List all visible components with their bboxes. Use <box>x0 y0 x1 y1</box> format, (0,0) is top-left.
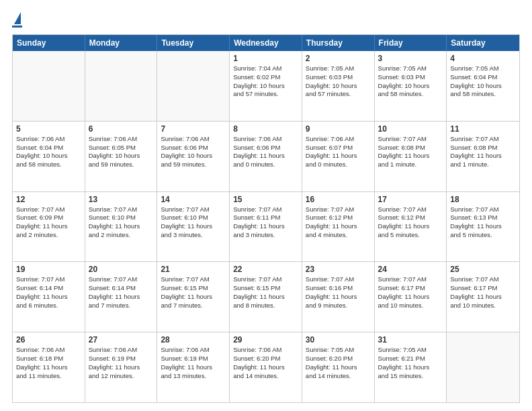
calendar-body: 1Sunrise: 7:04 AM Sunset: 6:02 PM Daylig… <box>13 51 519 402</box>
calendar-cell-day-14: 14Sunrise: 7:07 AM Sunset: 6:10 PM Dayli… <box>157 192 230 262</box>
day-number: 30 <box>306 335 371 345</box>
day-info-text: Sunrise: 7:07 AM Sunset: 6:11 PM Dayligh… <box>233 205 298 240</box>
calendar-cell-day-15: 15Sunrise: 7:07 AM Sunset: 6:11 PM Dayli… <box>230 192 302 262</box>
calendar-cell-empty <box>157 51 230 121</box>
calendar-cell-day-28: 28Sunrise: 7:06 AM Sunset: 6:19 PM Dayli… <box>157 332 230 402</box>
day-number: 2 <box>306 54 371 63</box>
day-number: 17 <box>378 195 443 204</box>
day-info-text: Sunrise: 7:06 AM Sunset: 6:06 PM Dayligh… <box>161 135 226 169</box>
calendar-cell-day-22: 22Sunrise: 7:07 AM Sunset: 6:15 PM Dayli… <box>230 262 302 332</box>
day-info-text: Sunrise: 7:06 AM Sunset: 6:20 PM Dayligh… <box>233 346 298 380</box>
calendar-cell-day-5: 5Sunrise: 7:06 AM Sunset: 6:04 PM Daylig… <box>13 122 85 191</box>
day-info-text: Sunrise: 7:07 AM Sunset: 6:14 PM Dayligh… <box>89 275 154 310</box>
day-number: 1 <box>233 54 298 63</box>
calendar-cell-day-3: 3Sunrise: 7:05 AM Sunset: 6:03 PM Daylig… <box>375 51 447 121</box>
header-day-wednesday: Wednesday <box>230 35 302 51</box>
day-number: 18 <box>450 195 516 204</box>
calendar-cell-day-8: 8Sunrise: 7:06 AM Sunset: 6:06 PM Daylig… <box>230 122 302 191</box>
calendar-cell-day-18: 18Sunrise: 7:07 AM Sunset: 6:13 PM Dayli… <box>447 192 519 262</box>
page: SundayMondayTuesdayWednesdayThursdayFrid… <box>0 0 532 411</box>
day-number: 5 <box>16 124 81 134</box>
calendar-row-3: 12Sunrise: 7:07 AM Sunset: 6:09 PM Dayli… <box>13 191 519 262</box>
header-day-thursday: Thursday <box>302 35 375 51</box>
day-info-text: Sunrise: 7:07 AM Sunset: 6:17 PM Dayligh… <box>378 275 443 310</box>
calendar-cell-day-24: 24Sunrise: 7:07 AM Sunset: 6:17 PM Dayli… <box>375 262 447 332</box>
day-number: 25 <box>450 265 516 274</box>
calendar-cell-day-12: 12Sunrise: 7:07 AM Sunset: 6:09 PM Dayli… <box>13 192 85 262</box>
day-number: 23 <box>306 265 371 274</box>
calendar-header: SundayMondayTuesdayWednesdayThursdayFrid… <box>13 35 519 51</box>
calendar-cell-day-30: 30Sunrise: 7:05 AM Sunset: 6:20 PM Dayli… <box>302 332 375 402</box>
day-info-text: Sunrise: 7:05 AM Sunset: 6:03 PM Dayligh… <box>306 64 371 99</box>
day-number: 20 <box>89 265 154 274</box>
day-info-text: Sunrise: 7:07 AM Sunset: 6:14 PM Dayligh… <box>16 275 81 310</box>
day-info-text: Sunrise: 7:06 AM Sunset: 6:07 PM Dayligh… <box>306 135 371 169</box>
day-info-text: Sunrise: 7:07 AM Sunset: 6:08 PM Dayligh… <box>450 135 516 169</box>
calendar-cell-empty <box>447 332 519 402</box>
calendar-cell-day-10: 10Sunrise: 7:07 AM Sunset: 6:08 PM Dayli… <box>375 122 447 191</box>
calendar-row-4: 19Sunrise: 7:07 AM Sunset: 6:14 PM Dayli… <box>13 261 519 332</box>
day-info-text: Sunrise: 7:07 AM Sunset: 6:17 PM Dayligh… <box>450 275 516 310</box>
day-number: 21 <box>161 265 226 274</box>
calendar-cell-day-11: 11Sunrise: 7:07 AM Sunset: 6:08 PM Dayli… <box>447 122 519 191</box>
calendar-cell-day-13: 13Sunrise: 7:07 AM Sunset: 6:10 PM Dayli… <box>85 192 158 262</box>
calendar-cell-day-7: 7Sunrise: 7:06 AM Sunset: 6:06 PM Daylig… <box>157 122 230 191</box>
day-info-text: Sunrise: 7:06 AM Sunset: 6:06 PM Dayligh… <box>233 135 298 169</box>
calendar-cell-day-20: 20Sunrise: 7:07 AM Sunset: 6:14 PM Dayli… <box>85 262 158 332</box>
calendar-row-5: 26Sunrise: 7:06 AM Sunset: 6:18 PM Dayli… <box>13 332 519 402</box>
calendar-row-1: 1Sunrise: 7:04 AM Sunset: 6:02 PM Daylig… <box>13 51 519 121</box>
day-number: 24 <box>378 265 443 274</box>
day-info-text: Sunrise: 7:06 AM Sunset: 6:04 PM Dayligh… <box>16 135 81 169</box>
day-info-text: Sunrise: 7:05 AM Sunset: 6:04 PM Dayligh… <box>450 64 516 99</box>
header <box>12 12 520 28</box>
calendar-cell-day-27: 27Sunrise: 7:06 AM Sunset: 6:19 PM Dayli… <box>85 332 158 402</box>
calendar-cell-day-4: 4Sunrise: 7:05 AM Sunset: 6:04 PM Daylig… <box>447 51 519 121</box>
day-info-text: Sunrise: 7:07 AM Sunset: 6:09 PM Dayligh… <box>16 205 81 240</box>
day-number: 7 <box>161 124 226 134</box>
day-number: 3 <box>378 54 443 63</box>
calendar-cell-day-26: 26Sunrise: 7:06 AM Sunset: 6:18 PM Dayli… <box>13 332 85 402</box>
day-info-text: Sunrise: 7:07 AM Sunset: 6:13 PM Dayligh… <box>450 205 516 240</box>
day-info-text: Sunrise: 7:05 AM Sunset: 6:03 PM Dayligh… <box>378 64 443 99</box>
day-info-text: Sunrise: 7:07 AM Sunset: 6:12 PM Dayligh… <box>306 205 371 240</box>
calendar-cell-day-23: 23Sunrise: 7:07 AM Sunset: 6:16 PM Dayli… <box>302 262 375 332</box>
calendar-cell-day-2: 2Sunrise: 7:05 AM Sunset: 6:03 PM Daylig… <box>302 51 375 121</box>
day-number: 8 <box>233 124 298 134</box>
day-number: 19 <box>16 265 81 274</box>
day-number: 14 <box>161 195 226 204</box>
calendar-cell-empty <box>85 51 158 121</box>
day-number: 13 <box>89 195 154 204</box>
day-number: 22 <box>233 265 298 274</box>
header-day-sunday: Sunday <box>13 35 85 51</box>
day-number: 6 <box>89 124 154 134</box>
day-info-text: Sunrise: 7:05 AM Sunset: 6:21 PM Dayligh… <box>378 346 443 380</box>
day-number: 27 <box>89 335 154 345</box>
day-info-text: Sunrise: 7:07 AM Sunset: 6:15 PM Dayligh… <box>161 275 226 310</box>
calendar-cell-day-1: 1Sunrise: 7:04 AM Sunset: 6:02 PM Daylig… <box>230 51 302 121</box>
day-info-text: Sunrise: 7:04 AM Sunset: 6:02 PM Dayligh… <box>233 64 298 99</box>
day-number: 15 <box>233 195 298 204</box>
day-info-text: Sunrise: 7:07 AM Sunset: 6:10 PM Dayligh… <box>161 205 226 240</box>
day-number: 16 <box>306 195 371 204</box>
day-number: 28 <box>161 335 226 345</box>
logo-arrow-icon <box>14 12 21 24</box>
logo <box>12 12 22 28</box>
calendar-cell-day-16: 16Sunrise: 7:07 AM Sunset: 6:12 PM Dayli… <box>302 192 375 262</box>
header-day-friday: Friday <box>375 35 447 51</box>
day-number: 10 <box>378 124 443 134</box>
calendar-cell-day-31: 31Sunrise: 7:05 AM Sunset: 6:21 PM Dayli… <box>375 332 447 402</box>
calendar-row-2: 5Sunrise: 7:06 AM Sunset: 6:04 PM Daylig… <box>13 121 519 191</box>
logo-underline <box>12 26 22 28</box>
day-number: 31 <box>378 335 443 345</box>
day-number: 29 <box>233 335 298 345</box>
calendar-cell-day-19: 19Sunrise: 7:07 AM Sunset: 6:14 PM Dayli… <box>13 262 85 332</box>
calendar-cell-day-21: 21Sunrise: 7:07 AM Sunset: 6:15 PM Dayli… <box>157 262 230 332</box>
day-info-text: Sunrise: 7:06 AM Sunset: 6:05 PM Dayligh… <box>89 135 154 169</box>
day-number: 9 <box>306 124 371 134</box>
day-number: 26 <box>16 335 81 345</box>
calendar-cell-day-9: 9Sunrise: 7:06 AM Sunset: 6:07 PM Daylig… <box>302 122 375 191</box>
header-day-monday: Monday <box>85 35 158 51</box>
calendar-cell-day-6: 6Sunrise: 7:06 AM Sunset: 6:05 PM Daylig… <box>85 122 158 191</box>
day-info-text: Sunrise: 7:07 AM Sunset: 6:15 PM Dayligh… <box>233 275 298 310</box>
calendar: SundayMondayTuesdayWednesdayThursdayFrid… <box>12 34 520 403</box>
